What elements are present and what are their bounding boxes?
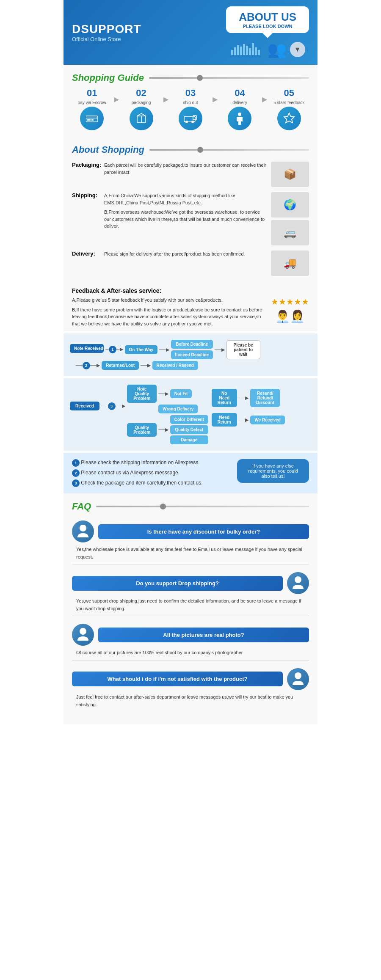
- arrow-received: ──3──▶: [101, 402, 125, 410]
- divider-2: [72, 616, 309, 616]
- flowchart-2: Received ──3──▶ Note Quality Problem ──▶…: [64, 378, 318, 451]
- received-box: Received: [70, 402, 99, 410]
- step-4: 04 delivery: [218, 88, 262, 130]
- svg-point-26: [295, 672, 301, 679]
- shopping-guide-title: Shopping Guide: [72, 72, 144, 83]
- faq-q-row-1: Is there have any discount for bulky ord…: [72, 520, 309, 542]
- faq-item-4: What should i do if i'm not satisfied wi…: [72, 668, 309, 708]
- note-badge-3: 3: [72, 479, 80, 487]
- faq-title: FAQ: [72, 501, 91, 512]
- faq-avatar-2: [287, 572, 309, 594]
- svg-point-24: [295, 576, 301, 583]
- arrow-note-1: ─1─▶: [105, 346, 123, 353]
- step-5: 05 5 stars feedback: [267, 88, 311, 130]
- svg-point-21: [238, 113, 241, 116]
- bars-icon: [230, 41, 264, 58]
- step-4-num: 04: [235, 88, 245, 99]
- faq-q-1: Is there have any discount for bulky ord…: [98, 524, 309, 539]
- about-sub: PLEASE LOOK DOWN: [239, 24, 296, 29]
- divider-3: [72, 660, 309, 661]
- note-2: 2 Please contact us via Aliexpress messs…: [72, 469, 203, 477]
- step-5-icon: [277, 107, 301, 130]
- faq-a-4: Just feel free to contact our after-sale…: [72, 694, 309, 708]
- brand-sub: Official Online Store: [72, 36, 141, 42]
- step-4-icon: [228, 107, 251, 130]
- quality-defect-box: Quality Defect: [170, 425, 208, 434]
- faq-q-4: What should i do if i'm not satisfied wi…: [72, 672, 283, 686]
- faq-q-3: All the pictures are real photo?: [98, 628, 309, 642]
- faq-avatar-1: [72, 520, 94, 542]
- svg-rect-5: [246, 46, 248, 55]
- svg-rect-4: [243, 44, 245, 55]
- faq-content: Is there have any discount for bulky ord…: [64, 516, 318, 724]
- delivery-image: 🚚: [271, 251, 309, 276]
- step-1-label: pay via Escrow: [78, 100, 106, 105]
- not-fit-box: Not Fit: [170, 389, 192, 398]
- support-image: 👨‍💼👩‍💼: [275, 309, 305, 323]
- packaging-image: 📦: [271, 162, 309, 187]
- step-3: 03 ship out: [168, 88, 213, 130]
- step-3-label: ship out: [183, 100, 198, 105]
- about-shopping-section: About Shopping Packaging: Each parcel wi…: [64, 135, 318, 331]
- about-title: ABOUT US: [239, 11, 296, 24]
- note-1: 1 Please check the shipping information …: [72, 459, 203, 467]
- faq-q-2: Do you support Drop shipping?: [72, 576, 283, 591]
- color-diff-box: Color Different: [170, 415, 208, 424]
- svg-rect-8: [255, 47, 257, 55]
- svg-rect-13: [91, 119, 94, 121]
- arrow-2: ▶: [163, 88, 168, 103]
- svg-rect-12: [87, 119, 91, 121]
- step-5-num: 05: [284, 88, 294, 99]
- feedback-a: A,Please give us 5 star feedback if you …: [72, 297, 267, 304]
- about-shopping-content: Packaging: Each parcel will be carefully…: [64, 160, 318, 287]
- packaging-row: Packaging: Each parcel will be carefully…: [72, 162, 309, 187]
- svg-rect-6: [249, 48, 251, 55]
- please-wait-box: Please be patient to wait: [226, 340, 260, 359]
- returned-lost-box: Returned/Lost: [102, 361, 139, 370]
- requirements-box: If you have any else requirements, you c…: [237, 459, 309, 483]
- arrow-1: ▶: [114, 88, 119, 103]
- about-shopping-title: About Shopping: [72, 144, 144, 155]
- packaging-label: Packaging:: [72, 162, 102, 168]
- arrow-onway: ──▶: [159, 347, 169, 352]
- svg-point-25: [80, 628, 86, 635]
- faq-avatar-3: [72, 624, 94, 646]
- feedback-title: Feedback & After-sales service:: [72, 287, 309, 294]
- shipping-image-2: 🚐: [271, 220, 309, 245]
- arrow-qp: ──▶: [158, 427, 168, 432]
- step-2-label: packaging: [132, 100, 151, 105]
- faq-item-3: All the pictures are real photo? Of cour…: [72, 624, 309, 661]
- faq-line-dot: [160, 504, 166, 509]
- arrow-resend: ──▶: [141, 363, 151, 368]
- step-5-label: 5 stars feedback: [273, 100, 304, 105]
- stars-rating: ★★★★★: [271, 297, 309, 307]
- svg-rect-10: [86, 116, 98, 122]
- faq-a-2: Yes,we support drop shipping,just need t…: [72, 597, 309, 612]
- brand-name: DSUPPORT: [72, 22, 141, 36]
- arrow-nr: ──▶: [239, 417, 249, 423]
- quality-problem-box: Quality Problem: [127, 423, 157, 437]
- about-section-line: [149, 149, 309, 151]
- shipping-a-text: A,From China:We support various kinds of…: [104, 192, 268, 206]
- faq-line: [96, 506, 309, 507]
- step-1-num: 01: [87, 88, 97, 99]
- step-2-num: 02: [136, 88, 146, 99]
- shopping-guide-header: Shopping Guide: [64, 65, 318, 88]
- delivery-row: Delivery: Please sign for delivery after…: [72, 251, 309, 276]
- note-badge-1: 1: [72, 459, 80, 467]
- about-section-dot: [197, 147, 203, 153]
- faq-a-3: Of course,all of our pictures are 100% r…: [72, 649, 309, 657]
- arrow-nq: ──▶: [158, 391, 168, 396]
- arrow-returned: ──2──▶: [76, 362, 100, 369]
- received-resend-box: Received / Resend: [152, 361, 198, 370]
- scroll-down-button[interactable]: ▼: [290, 42, 305, 57]
- divider-1: [72, 564, 309, 564]
- step-1-icon: [80, 107, 104, 130]
- no-need-return-box: No Need Return: [212, 389, 237, 407]
- faq-header: FAQ: [64, 493, 318, 516]
- svg-point-17: [185, 121, 188, 123]
- svg-marker-22: [284, 113, 294, 123]
- people-icon: 👥: [268, 41, 287, 58]
- notes-section: 1 Please check the shipping information …: [64, 453, 318, 493]
- delivery-label: Delivery:: [72, 251, 102, 257]
